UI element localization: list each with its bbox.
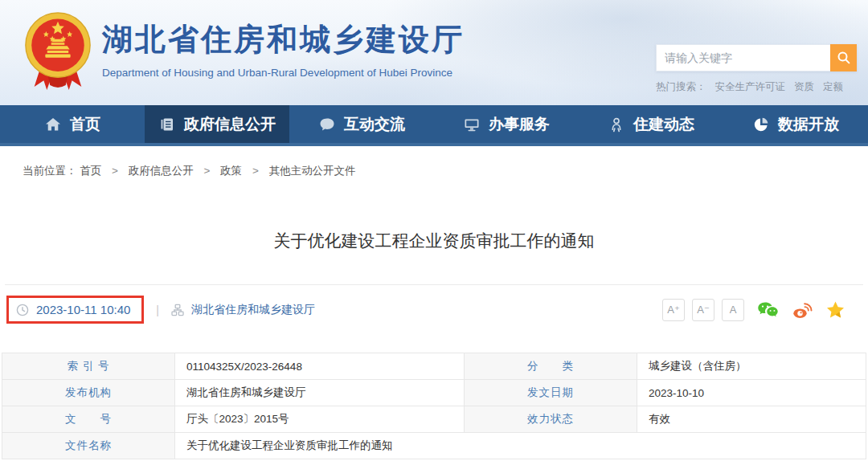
breadcrumb-separator: > xyxy=(252,165,259,177)
search-box xyxy=(656,44,857,71)
article-source-wrap: 湖北省住房和城乡建设厅 xyxy=(171,303,315,317)
chat-icon xyxy=(318,116,336,133)
breadcrumb-item-gov-info[interactable]: 政府信息公开 xyxy=(129,165,194,177)
publish-date: 2023-10-11 10:40 xyxy=(36,303,130,316)
search-area: 热门搜索： 安全生产许可证 资质 定额 xyxy=(656,44,857,94)
breadcrumb-item-policy[interactable]: 政策 xyxy=(220,165,242,177)
article-main: 关于优化建设工程企业资质审批工作的通知 2023-10-11 10:40 | xyxy=(0,230,868,459)
breadcrumb-item-current: 其他主动公开文件 xyxy=(269,165,356,177)
article-meta-left: 2023-10-11 10:40 | xyxy=(6,296,315,324)
nav-item-gov-info[interactable]: 政府信息公开 xyxy=(145,105,289,143)
site-subtitle: Department of Housing and Urban-Rural De… xyxy=(102,67,465,79)
nav-item-label: 数据开放 xyxy=(778,114,839,135)
wechat-share-icon[interactable] xyxy=(757,301,779,319)
info-label-doc-number: 文 号 xyxy=(2,406,175,433)
font-increase-button[interactable]: A⁺ xyxy=(662,299,685,321)
page: 湖北省住房和城乡建设厅 Department of Housing and Ur… xyxy=(0,0,868,459)
monitor-icon xyxy=(463,116,481,133)
font-reset-button[interactable]: A xyxy=(722,299,744,321)
info-label-validity: 效力状态 xyxy=(465,406,637,433)
info-value-index-number: 01104325X/2023-26448 xyxy=(175,353,465,380)
article-title: 关于优化建设工程企业资质审批工作的通知 xyxy=(0,230,868,252)
site-title-block: 湖北省住房和城乡建设厅 Department of Housing and Ur… xyxy=(102,19,465,79)
document-icon xyxy=(158,116,176,133)
article-meta-row: 2023-10-11 10:40 | xyxy=(5,284,863,334)
info-value-issuing-agency: 湖北省住房和城乡建设厅 xyxy=(175,380,465,406)
info-value-doc-title: 关于优化建设工程企业资质审批工作的通知 xyxy=(175,433,866,459)
person-badge-icon xyxy=(608,116,625,133)
breadcrumb: 当前位置： 首页 > 政府信息公开 > 政策 > 其他主动公开文件 xyxy=(0,146,868,178)
table-row: 发布机构 湖北省住房和城乡建设厅 发文日期 2023-10-10 xyxy=(2,380,866,406)
weibo-share-icon[interactable] xyxy=(792,300,813,320)
info-value-validity: 有效 xyxy=(637,406,866,433)
document-info-table: 索 引 号 01104325X/2023-26448 分 类 城乡建设（含住房）… xyxy=(2,353,866,459)
article-toolbar: A⁺ A⁻ A xyxy=(655,299,845,321)
info-label-doc-title: 文件名称 xyxy=(2,433,175,459)
table-row: 索 引 号 01104325X/2023-26448 分 类 城乡建设（含住房） xyxy=(2,353,866,380)
organization-icon xyxy=(171,304,184,316)
info-label-issuing-agency: 发布机构 xyxy=(2,380,175,406)
national-emblem-icon xyxy=(23,10,93,93)
info-label-category: 分 类 xyxy=(465,353,637,380)
nav-item-home[interactable]: 首页 xyxy=(0,105,145,143)
hot-search-label: 热门搜索： xyxy=(656,80,706,94)
info-label-issue-date: 发文日期 xyxy=(465,380,637,406)
nav-item-label: 互动交流 xyxy=(344,114,405,135)
nav-item-label: 首页 xyxy=(70,114,100,135)
hot-search: 热门搜索： 安全生产许可证 资质 定额 xyxy=(656,80,857,94)
nav-item-news[interactable]: 住建动态 xyxy=(579,105,723,143)
hot-search-keyword[interactable]: 资质 xyxy=(794,80,814,94)
search-input[interactable] xyxy=(656,44,830,71)
article-source[interactable]: 湖北省住房和城乡建设厅 xyxy=(191,303,315,317)
nav-item-label: 办事服务 xyxy=(489,114,550,135)
hot-search-keyword[interactable]: 定额 xyxy=(823,80,843,94)
nav-item-label: 住建动态 xyxy=(633,114,694,135)
clock-icon xyxy=(16,304,29,316)
info-label-index-number: 索 引 号 xyxy=(2,353,175,380)
search-button[interactable] xyxy=(830,44,857,71)
breadcrumb-label: 当前位置： xyxy=(23,165,77,177)
search-icon xyxy=(837,51,851,65)
nav-item-services[interactable]: 办事服务 xyxy=(434,105,579,143)
info-value-issue-date: 2023-10-10 xyxy=(637,380,866,406)
nav-item-interaction[interactable]: 互动交流 xyxy=(289,105,434,143)
main-nav: 首页 政府信息公开 xyxy=(0,105,868,146)
hot-search-keyword[interactable]: 安全生产许可证 xyxy=(715,80,786,94)
info-value-category: 城乡建设（含住房） xyxy=(637,353,866,380)
meta-separator: | xyxy=(156,304,159,316)
info-value-doc-number: 厅头〔2023〕2015号 xyxy=(175,406,465,433)
table-row: 文 号 厅头〔2023〕2015号 效力状态 有效 xyxy=(2,406,866,433)
table-row: 文件名称 关于优化建设工程企业资质审批工作的通知 xyxy=(2,433,866,459)
publish-date-highlight-box: 2023-10-11 10:40 xyxy=(6,296,144,324)
pie-chart-icon xyxy=(752,116,770,133)
breadcrumb-separator: > xyxy=(112,165,118,177)
breadcrumb-item-home[interactable]: 首页 xyxy=(80,165,101,177)
nav-item-open-data[interactable]: 数据开放 xyxy=(723,105,868,143)
breadcrumb-separator: > xyxy=(203,165,210,177)
font-decrease-button[interactable]: A⁻ xyxy=(692,299,714,321)
national-emblem-logo xyxy=(23,10,93,93)
nav-item-label: 政府信息公开 xyxy=(184,114,276,135)
site-header: 湖北省住房和城乡建设厅 Department of Housing and Ur… xyxy=(0,0,868,105)
site-title: 湖北省住房和城乡建设厅 xyxy=(102,19,465,60)
qzone-share-icon[interactable] xyxy=(825,300,845,320)
home-icon xyxy=(44,116,62,133)
